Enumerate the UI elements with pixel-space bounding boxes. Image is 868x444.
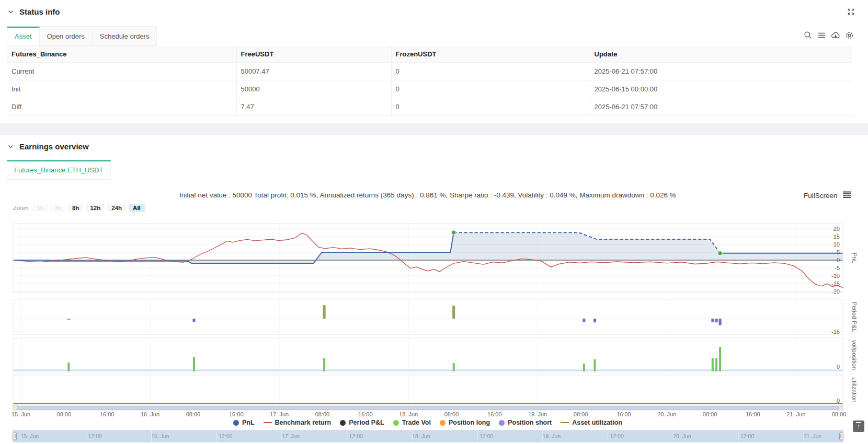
navigator-label: 21. Jun [804, 433, 822, 439]
x-axis-label: 16:00 [746, 411, 760, 417]
x-axis-label: 16:00 [616, 411, 631, 417]
y-axis-title: PnL [851, 253, 858, 264]
x-axis-label: 08:00 [574, 411, 588, 417]
period-pnl-bar [715, 319, 718, 322]
scrollbar-right-button[interactable] [839, 406, 843, 410]
y-axis-label: -20 [831, 288, 840, 295]
y-axis-label: -15 [831, 281, 840, 287]
legend-marker [233, 420, 239, 426]
y-axis-title: utilization [851, 378, 858, 403]
trade-vol-bar [593, 359, 596, 371]
trade-vol-bar [193, 357, 195, 371]
x-axis-label: 15. Jun [12, 411, 30, 417]
x-axis-label: 16:00 [229, 411, 244, 417]
x-axis-label: 19. Jun [528, 411, 547, 417]
legend-item-position-short[interactable]: Position short [499, 419, 552, 426]
scrollbar-left-button[interactable] [13, 406, 17, 410]
trade-vol-bar [323, 358, 325, 371]
legend-item-benchmark-return[interactable]: Benchmark return [264, 419, 332, 426]
legend-marker [340, 420, 346, 426]
chart-panel-bg [13, 338, 843, 372]
navigator-right-handle[interactable] [840, 433, 843, 440]
legend-label: Asset utilization [572, 419, 622, 426]
pnl-marker-point [718, 251, 722, 255]
chart-legend: PnLBenchmark returnPeriod P&LTrade VolPo… [0, 419, 855, 426]
pnl-marker-point [451, 230, 455, 235]
navigator-label: 12:00 [88, 433, 102, 439]
legend-label: Trade Vol [402, 419, 431, 426]
x-axis-label: 16:00 [100, 411, 115, 417]
scrollbar-thumb[interactable] [17, 406, 839, 410]
x-axis-label: 08:00 [444, 411, 459, 417]
trading-dashboard-page: Status info AssetOpen ordersSchedule ord… [0, 0, 868, 444]
period-pnl-bar [67, 319, 71, 320]
chart-panel-bg [13, 299, 843, 334]
legend-marker [264, 422, 272, 423]
legend-item-pnl[interactable]: PnL [233, 419, 255, 426]
legend-marker [561, 422, 569, 423]
y-axis-label: 5 [837, 249, 840, 255]
navigator-label: 12:00 [349, 433, 363, 439]
navigator-label: 12:00 [219, 433, 232, 439]
trade-vol-bar [715, 358, 717, 371]
arrow-up-icon: ↑ [857, 423, 860, 430]
navigator-left-handle[interactable] [13, 433, 17, 440]
earnings-chart: 20151050-5-10-15-20-1600PnLPeriod P&Lvol… [0, 0, 868, 444]
legend-label: Position short [508, 419, 552, 426]
navigator-label: 17. Jun [282, 433, 300, 439]
period-pnl-bar [452, 306, 455, 319]
x-axis-label: 18. Jun [399, 411, 418, 417]
y-axis-label: -16 [831, 329, 840, 335]
x-axis-label: 16. Jun [141, 411, 159, 417]
back-to-top-button[interactable]: ↑ [853, 420, 864, 432]
y-axis-title: Period P&L [851, 301, 858, 332]
y-axis-label: -10 [831, 273, 840, 279]
period-pnl-bar [192, 319, 195, 322]
x-axis-label: 08:00 [832, 411, 847, 417]
legend-label: Benchmark return [275, 419, 332, 426]
legend-item-trade-vol[interactable]: Trade Vol [393, 419, 431, 426]
period-pnl-bar [593, 319, 596, 322]
period-pnl-bar [323, 305, 326, 319]
navigator-label: 12:00 [740, 433, 754, 439]
legend-item-period-p-l[interactable]: Period P&L [340, 419, 384, 426]
legend-marker [440, 420, 446, 426]
y-axis-label: 0 [837, 257, 840, 263]
legend-marker [393, 420, 399, 426]
x-axis-label: 20. Jun [657, 411, 676, 417]
x-axis-label: 08:00 [57, 411, 72, 417]
navigator-label: 18. Jun [412, 433, 430, 439]
y-axis-title: vol/position [851, 340, 858, 370]
legend-label: Position long [449, 419, 490, 426]
legend-item-position-long[interactable]: Position long [440, 419, 490, 426]
y-axis-label: 20 [833, 226, 840, 232]
legend-label: PnL [242, 419, 255, 426]
x-axis-label: 08:00 [186, 411, 201, 417]
trade-vol-bar [719, 347, 721, 371]
navigator-label: 20. Jun [673, 433, 691, 439]
y-axis-label: 0 [837, 398, 840, 404]
x-axis-label: 16:00 [487, 411, 502, 417]
trade-vol-bar [712, 358, 714, 371]
y-axis-label: 10 [833, 241, 840, 248]
x-axis-label: 08:00 [703, 411, 717, 417]
chart-panel-bg [13, 375, 843, 405]
y-axis-label: 15 [833, 233, 840, 240]
y-axis-label: 0 [837, 364, 840, 370]
navigator-label: 12:00 [610, 433, 624, 439]
period-pnl-bar [711, 319, 714, 322]
x-axis-label: 21. Jun [786, 411, 805, 417]
x-axis-label: 08:00 [315, 411, 330, 417]
x-axis-label: 16:00 [358, 411, 373, 417]
period-pnl-bar [719, 319, 722, 325]
navigator-label: 16. Jun [151, 433, 169, 439]
navigator-label: 19. Jun [543, 433, 561, 439]
y-axis-label: -5 [835, 265, 840, 271]
navigator-label: 12:00 [479, 433, 493, 439]
navigator-label: 15. Jun [21, 433, 39, 439]
legend-marker [499, 420, 505, 426]
x-axis-label: 17. Jun [270, 411, 289, 417]
legend-item-asset-utilization[interactable]: Asset utilization [561, 419, 622, 426]
period-pnl-bar [583, 319, 585, 322]
legend-label: Period P&L [349, 419, 384, 426]
